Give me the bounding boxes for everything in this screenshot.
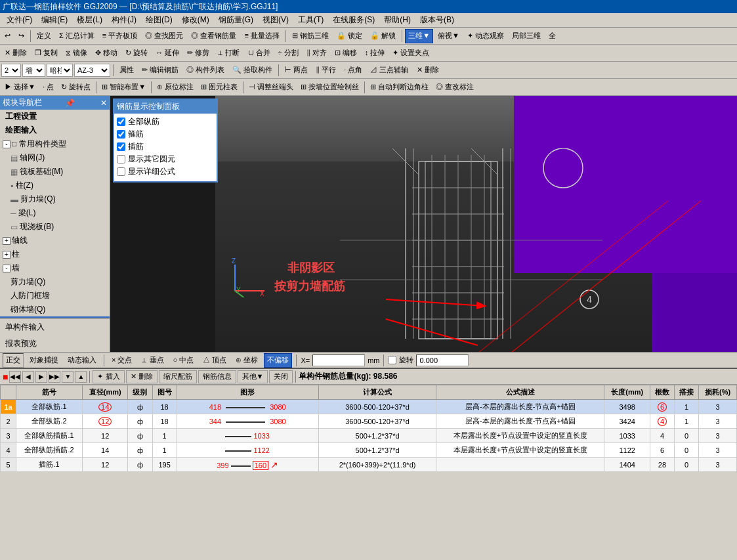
- rebar-check-insert[interactable]: 插筋: [117, 141, 214, 152]
- single-component-btn[interactable]: 单构件输入: [0, 319, 110, 335]
- rotate-draw-btn[interactable]: ↻ 旋转点: [58, 80, 94, 95]
- rebar-info-btn[interactable]: 钢筋信息: [198, 370, 236, 383]
- select-btn[interactable]: ▶ 选择▼: [1, 80, 39, 95]
- del-row-btn[interactable]: ✕ 删除: [126, 370, 158, 383]
- menu-modify[interactable]: 修改(M): [178, 13, 213, 27]
- table-row[interactable]: 1a 全部纵筋.1 14 ф 18 418 3080 3600-500-120+…: [1, 400, 737, 414]
- expand-wall[interactable]: -: [3, 265, 11, 272]
- nav-down[interactable]: ▼: [62, 371, 74, 383]
- lock-btn[interactable]: 🔒 锁定: [333, 29, 366, 43]
- intersection-btn[interactable]: × 交点: [108, 353, 135, 368]
- floor-select[interactable]: 2: [1, 64, 21, 77]
- bottom-close-icon[interactable]: ■: [3, 372, 8, 382]
- list-btn[interactable]: ◎ 构件列表: [183, 63, 228, 77]
- pull-btn[interactable]: ↕ 拉伸: [362, 46, 389, 60]
- nav-first[interactable]: ◀◀: [9, 371, 21, 383]
- table-row[interactable]: 4 全部纵筋插筋.2 14 ф 1 1122 500+1.2*37*d 本层露出…: [1, 443, 737, 458]
- snap-btn[interactable]: 对象捕捉: [26, 353, 62, 368]
- menu-component[interactable]: 构件(J): [108, 13, 140, 27]
- sidebar-engineering[interactable]: 工程设置: [0, 110, 110, 123]
- tree-column-type[interactable]: ▪ 柱(Z): [0, 179, 110, 192]
- origin-note-btn[interactable]: ⊕ 原位标注: [154, 80, 197, 95]
- menu-quantity[interactable]: 钢筋量(G): [215, 13, 257, 27]
- table-row[interactable]: 3 全部纵筋插筋.1 12 ф 1 1033 500+1.2*37*d 本层露出…: [1, 429, 737, 443]
- other-btn[interactable]: 其他▼: [238, 370, 268, 383]
- redo-btn[interactable]: ↪: [15, 29, 28, 43]
- tree-shear-wall2[interactable]: 剪力墙(Q): [0, 275, 110, 289]
- ortho-btn[interactable]: 正交: [3, 353, 24, 368]
- canvas-area[interactable]: 钢筋显示控制面板 全部纵筋 箍筋 插筋 显示其它圆元 显示详细公式: [110, 96, 737, 352]
- extract-btn[interactable]: 🔍 拾取构件: [229, 63, 276, 77]
- scale-btn[interactable]: 缩尺配筋: [159, 370, 197, 383]
- tree-masonry[interactable]: 砌体墙(Q): [0, 303, 110, 316]
- nav-next[interactable]: ▶: [35, 371, 47, 383]
- tree-wall[interactable]: - 墙: [0, 261, 110, 275]
- delete-btn[interactable]: ✕ 删除: [1, 46, 30, 60]
- menu-view[interactable]: 视图(V): [259, 13, 293, 27]
- menu-version[interactable]: 版本号(B): [416, 13, 458, 27]
- dot-angle-btn[interactable]: · 点角: [341, 63, 366, 77]
- menu-tools[interactable]: 工具(T): [294, 13, 327, 27]
- merge-btn[interactable]: ∪ 合并: [245, 46, 274, 60]
- sidebar-pin[interactable]: 📌: [65, 98, 75, 108]
- menu-help[interactable]: 帮助(H): [380, 13, 415, 27]
- wall-type-select[interactable]: 墙: [22, 64, 45, 77]
- tree-axis[interactable]: + 轴线: [0, 234, 110, 248]
- tree-civil-defense[interactable]: 人防门框墙: [0, 289, 110, 303]
- tree-grid[interactable]: ▤ 轴网(J): [0, 151, 110, 165]
- expand-col[interactable]: +: [3, 251, 11, 259]
- dynamic-view-btn[interactable]: ✦ 动态观察: [464, 29, 507, 43]
- vertical-btn[interactable]: ⊥ 垂点: [138, 353, 167, 368]
- expand-icon[interactable]: -: [3, 140, 11, 148]
- rotate-checkbox[interactable]: [388, 356, 396, 364]
- wall-code-select[interactable]: AZ-3: [74, 64, 110, 77]
- sum-btn[interactable]: Σ 汇总计算: [56, 29, 98, 43]
- unlock-btn[interactable]: 🔓 解锁: [367, 29, 399, 43]
- tree-column[interactable]: + 柱: [0, 248, 110, 261]
- expand-axis[interactable]: +: [3, 237, 11, 245]
- sidebar-drawing-input[interactable]: 绘图输入: [0, 123, 110, 137]
- copy-btn[interactable]: ❒ 复制: [32, 46, 61, 60]
- nav-up[interactable]: ▲: [75, 371, 87, 383]
- table-scroll[interactable]: 筋号 直径(mm) 级别 图号 图形 计算公式 公式描述 长度(mm) 根数 搭…: [0, 385, 737, 499]
- adjust-end-btn[interactable]: ⊣ 调整丝端头: [245, 80, 297, 95]
- parallel-btn[interactable]: ∥ 平行: [312, 63, 339, 77]
- break-btn[interactable]: ⊥ 打断: [214, 46, 243, 60]
- table-btn[interactable]: ⊞ 图元柱表: [198, 80, 241, 95]
- rebar-check-formula[interactable]: 显示详细公式: [117, 166, 214, 177]
- close-btn[interactable]: 关闭: [269, 370, 293, 383]
- rebar-check-hoop[interactable]: 箍筋: [117, 129, 214, 140]
- dot-draw-btn[interactable]: · 点: [39, 80, 57, 95]
- mirror-btn[interactable]: ⧖ 镜像: [62, 46, 91, 60]
- three-point-btn[interactable]: ⊿ 三点辅轴: [367, 63, 411, 77]
- menu-online[interactable]: 在线服务(S): [329, 13, 379, 27]
- insert-btn[interactable]: ✦ 插入: [93, 370, 124, 383]
- smart-btn[interactable]: ⊞ 智能布置▼: [98, 80, 149, 95]
- rebar-check-all[interactable]: 全部纵筋: [117, 116, 214, 127]
- menu-edit[interactable]: 编辑(E): [37, 13, 72, 27]
- divide-btn[interactable]: ÷ 分割: [275, 46, 302, 60]
- tree-slab-type[interactable]: ▭ 现浇板(B): [0, 220, 110, 234]
- auto-column-btn[interactable]: ⊞ 自动判断边角柱: [367, 80, 432, 95]
- move-btn[interactable]: ✥ 移动: [92, 46, 121, 60]
- coordinate-btn[interactable]: ⊕ 坐标: [232, 353, 261, 368]
- nav-last[interactable]: ▶▶: [49, 371, 60, 383]
- edit-rebar-btn[interactable]: ✏ 编辑钢筋: [138, 63, 182, 77]
- check-btn[interactable]: ◎ 查找图元: [142, 29, 186, 43]
- all-btn[interactable]: 全: [545, 29, 559, 43]
- no-offset-btn[interactable]: 不偏移: [264, 353, 292, 368]
- position-btn[interactable]: ⊞ 按墙位置绘制丝: [297, 80, 362, 95]
- align-btn[interactable]: ∥ 对齐: [303, 46, 330, 60]
- nav-prev[interactable]: ◀: [22, 371, 34, 383]
- sidebar-close[interactable]: ✕: [100, 98, 107, 108]
- extend-btn[interactable]: ↔ 延伸: [152, 46, 182, 60]
- menu-floor[interactable]: 楼层(L): [73, 13, 106, 27]
- midpoint-btn[interactable]: ○ 中点: [170, 353, 198, 368]
- wall-subtype-select[interactable]: 暗柱: [47, 64, 73, 77]
- table-row[interactable]: 2 全部纵筋.2 12 ф 18 344 3080 3600-500-120+3…: [1, 414, 737, 429]
- check-note-btn[interactable]: ◎ 查改标注: [432, 80, 477, 95]
- threed-view-btn[interactable]: 三维▼: [405, 29, 433, 43]
- menu-draw[interactable]: 绘图(D): [142, 13, 177, 27]
- edit-trim-btn[interactable]: ✏ 修剪: [184, 46, 213, 60]
- 3d-btn[interactable]: ⊞ 钢筋三维: [289, 29, 332, 43]
